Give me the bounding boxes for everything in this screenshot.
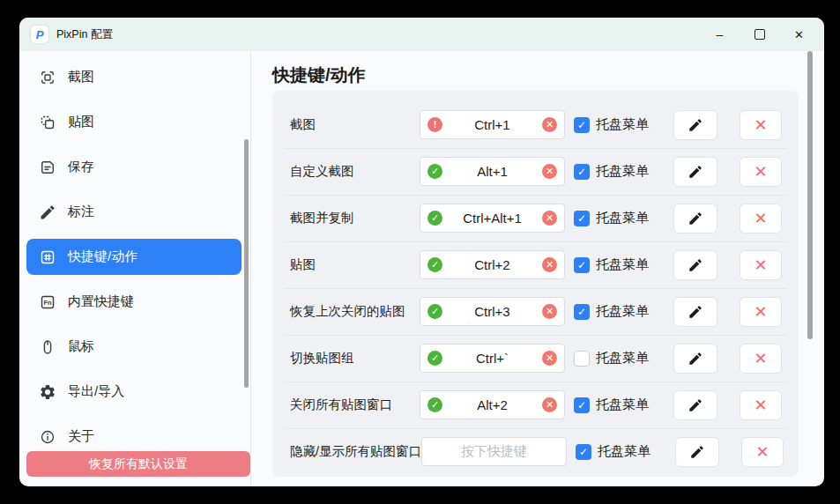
tray-menu-checkbox[interactable]: ✓托盘菜单: [574, 256, 655, 273]
window-title: PixPin 配置: [56, 27, 113, 42]
delete-hotkey-button[interactable]: ✕: [740, 344, 782, 374]
sidebar-nav: 截图贴图保存标注快捷键/动作Fn内置快捷键鼠标导出/导入关于: [19, 59, 250, 455]
sidebar-item-hotkeys[interactable]: 快捷键/动作: [26, 239, 242, 275]
hotkey-input[interactable]: ✓Alt+1✕: [420, 157, 565, 186]
tray-menu-label: 托盘菜单: [596, 397, 649, 413]
tray-menu-checkbox[interactable]: ✓托盘菜单: [574, 303, 655, 320]
pencil-icon: [688, 164, 703, 180]
clear-hotkey-icon[interactable]: ✕: [542, 117, 557, 132]
gear-icon: [39, 383, 56, 401]
screenshot-icon: [39, 69, 56, 86]
hotkey-input[interactable]: ✓Ctrl+Alt+1✕: [420, 204, 565, 233]
fn-icon: Fn: [39, 293, 56, 311]
hotkey-row: 贴图✓Ctrl+2✕✓托盘菜单✕: [272, 241, 799, 288]
tray-menu-label: 托盘菜单: [596, 210, 649, 226]
edit-hotkey-button[interactable]: [673, 297, 717, 327]
restore-defaults-button[interactable]: 恢复所有默认设置: [26, 451, 250, 477]
sidebar-scrollbar[interactable]: [244, 139, 249, 388]
checkbox-icon: ✓: [574, 397, 590, 413]
sidebar-item-screenshot[interactable]: 截图: [26, 59, 242, 95]
checkbox-icon: ✓: [574, 257, 590, 273]
delete-hotkey-button[interactable]: ✕: [740, 204, 782, 233]
tray-menu-label: 托盘菜单: [596, 256, 649, 273]
edit-hotkey-button[interactable]: [673, 344, 717, 374]
edit-hotkey-button[interactable]: [675, 437, 719, 467]
delete-hotkey-button[interactable]: ✕: [740, 110, 782, 140]
delete-x-icon: ✕: [754, 117, 767, 133]
sidebar-item-mouse[interactable]: 鼠标: [26, 329, 242, 365]
hotkey-ok-icon: ✓: [427, 397, 442, 412]
hotkey-input[interactable]: !Ctrl+1✕: [420, 110, 565, 139]
hotkey-value: Ctrl+2: [474, 257, 509, 272]
tray-menu-label: 托盘菜单: [598, 443, 650, 460]
clear-hotkey-icon[interactable]: ✕: [542, 397, 557, 412]
hotkey-row-label: 截图: [290, 116, 420, 133]
main-content: 快捷键/动作 截图!Ctrl+1✕✓托盘菜单✕自定义截图✓Alt+1✕✓托盘菜单…: [251, 51, 824, 486]
hotkey-input[interactable]: ✓Ctrl+`✕: [420, 344, 565, 373]
hotkey-input[interactable]: ✓Alt+2✕: [420, 390, 565, 419]
tray-menu-label: 托盘菜单: [596, 303, 649, 320]
hotkey-row-label: 截图并复制: [290, 210, 420, 226]
checkbox-icon: ✓: [574, 211, 590, 226]
maximize-icon: [755, 29, 765, 40]
edit-hotkey-button[interactable]: [673, 250, 717, 280]
hotkey-input[interactable]: ✓Ctrl+3✕: [420, 297, 565, 326]
delete-x-icon: ✕: [754, 211, 767, 226]
clear-hotkey-icon[interactable]: ✕: [542, 211, 557, 226]
hotkey-panel: 截图!Ctrl+1✕✓托盘菜单✕自定义截图✓Alt+1✕✓托盘菜单✕截图并复制✓…: [272, 91, 799, 477]
sidebar-item-label: 关于: [68, 428, 94, 445]
sidebar-item-label: 快捷键/动作: [68, 248, 138, 265]
delete-hotkey-button[interactable]: ✕: [741, 437, 784, 467]
tray-menu-checkbox[interactable]: ✓托盘菜单: [574, 163, 655, 180]
tray-menu-checkbox[interactable]: ✓托盘菜单: [574, 116, 655, 133]
minimize-button[interactable]: –: [700, 18, 740, 51]
close-button[interactable]: ✕: [779, 18, 819, 51]
hotkey-value: Ctrl+Alt+1: [463, 211, 522, 226]
sidebar-item-label: 导出/导入: [68, 383, 124, 400]
info-icon: [39, 428, 56, 446]
delete-hotkey-button[interactable]: ✕: [740, 390, 782, 420]
pin-icon: [39, 114, 56, 131]
hotkey-input[interactable]: ✓Ctrl+2✕: [420, 250, 565, 279]
delete-x-icon: ✕: [754, 304, 767, 320]
page-title: 快捷键/动作: [272, 63, 824, 88]
tray-menu-checkbox[interactable]: ✓托盘菜单: [576, 443, 657, 460]
clear-hotkey-icon[interactable]: ✕: [542, 351, 557, 366]
svg-text:Fn: Fn: [43, 298, 52, 306]
sidebar-item-label: 贴图: [68, 114, 94, 130]
hotkey-ok-icon: ✓: [427, 164, 442, 179]
hotkey-value: Ctrl+`: [476, 351, 509, 366]
sidebar-item-annotate[interactable]: 标注: [26, 194, 242, 230]
tray-menu-checkbox[interactable]: 托盘菜单: [574, 350, 655, 367]
sidebar-item-about[interactable]: 关于: [26, 419, 242, 455]
edit-hotkey-button[interactable]: [673, 157, 717, 187]
delete-hotkey-button[interactable]: ✕: [740, 297, 782, 327]
sidebar-item-builtin-hotkeys[interactable]: Fn内置快捷键: [26, 284, 242, 320]
hotkey-row-label: 恢复上次关闭的贴图: [290, 303, 420, 320]
tray-menu-label: 托盘菜单: [596, 350, 649, 367]
clear-hotkey-icon[interactable]: ✕: [542, 164, 557, 179]
clear-hotkey-icon[interactable]: ✕: [542, 304, 557, 319]
delete-hotkey-button[interactable]: ✕: [740, 250, 782, 280]
delete-x-icon: ✕: [754, 164, 767, 180]
pencil-icon: [689, 444, 705, 460]
sidebar-item-save[interactable]: 保存: [26, 149, 242, 185]
edit-hotkey-button[interactable]: [673, 110, 717, 140]
tray-menu-checkbox[interactable]: ✓托盘菜单: [574, 210, 655, 226]
edit-hotkey-button[interactable]: [673, 390, 717, 420]
edit-hotkey-button[interactable]: [673, 204, 717, 233]
sidebar-item-pin[interactable]: 贴图: [26, 104, 242, 140]
maximize-button[interactable]: [740, 18, 779, 51]
hotkey-row-label: 关闭所有贴图窗口: [290, 397, 420, 413]
sidebar: 截图贴图保存标注快捷键/动作Fn内置快捷键鼠标导出/导入关于 恢复所有默认设置: [19, 51, 251, 486]
tray-menu-checkbox[interactable]: ✓托盘菜单: [574, 397, 655, 413]
hotkey-value: Alt+1: [477, 164, 508, 179]
delete-hotkey-button[interactable]: ✕: [740, 157, 782, 187]
sidebar-item-label: 保存: [68, 159, 94, 175]
main-scrollbar[interactable]: [807, 51, 813, 339]
checkbox-icon: [574, 351, 590, 367]
clear-hotkey-icon[interactable]: ✕: [542, 257, 557, 272]
sidebar-item-export-import[interactable]: 导出/导入: [26, 374, 242, 410]
sidebar-item-label: 内置快捷键: [68, 293, 134, 310]
hotkey-input[interactable]: 按下快捷键: [421, 437, 567, 466]
